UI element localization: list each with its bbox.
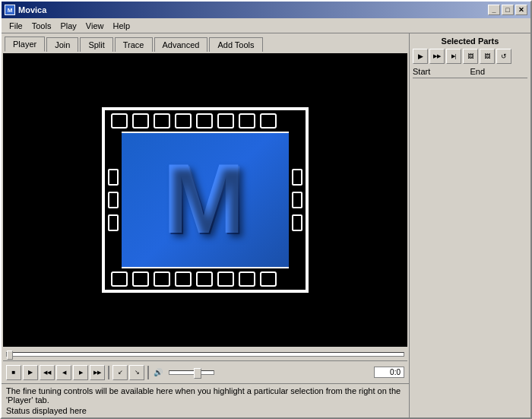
film-side-hole <box>292 214 302 231</box>
film-holes-bottom <box>103 268 307 291</box>
parts-col-start: Start <box>413 67 470 76</box>
time-display: 0:0 <box>374 367 404 378</box>
controls-separator-1 <box>108 366 109 379</box>
status-line-1: The fine tuning controls will be availab… <box>6 386 404 405</box>
right-refresh-btn[interactable]: ↺ <box>496 49 511 64</box>
film-center: M <box>122 132 289 268</box>
right-frame-btn[interactable]: 🖼 <box>463 49 478 64</box>
parts-header: Start End <box>413 67 527 78</box>
progress-thumb[interactable] <box>7 351 13 360</box>
film-hole <box>239 113 255 129</box>
tab-split[interactable]: Split <box>80 37 112 52</box>
window-title: Movica <box>18 5 46 14</box>
status-area: The fine tuning controls will be availab… <box>2 383 409 417</box>
tab-trace[interactable]: Trace <box>115 37 153 52</box>
menu-tools[interactable]: Tools <box>27 20 56 32</box>
title-bar: M Movica _ □ ✕ <box>2 2 530 18</box>
main-window: M Movica _ □ ✕ File Tools Play View Help… <box>0 0 532 419</box>
progress-bar-area[interactable] <box>3 348 407 360</box>
minimize-button[interactable]: _ <box>488 5 500 15</box>
right-panel: Selected Parts ▶ ▶▶ ▶| 🖼 🖼 ↺ Start End <box>409 33 530 417</box>
controls-bar: ■ ▶ ◀◀ ◀ ▶ ▶▶ ↙ ↘ 🔊 0:0 <box>3 360 407 383</box>
film-hole <box>260 271 277 287</box>
film-side-hole <box>108 169 119 186</box>
mark-out-button[interactable]: ↘ <box>129 365 144 380</box>
volume-icon[interactable]: 🔊 <box>152 368 164 376</box>
menu-bar: File Tools Play View Help <box>2 18 530 33</box>
menu-file[interactable]: File <box>5 20 27 32</box>
parts-col-end: End <box>470 67 528 76</box>
film-hole <box>196 271 213 287</box>
step-back-button[interactable]: ◀ <box>56 365 71 380</box>
fast-fwd-button[interactable]: ▶▶ <box>90 365 105 380</box>
film-holes-top <box>103 109 307 132</box>
film-hole <box>154 271 170 287</box>
tab-player[interactable]: Player <box>5 37 45 52</box>
title-bar-left: M Movica <box>5 5 46 15</box>
title-buttons: _ □ ✕ <box>488 5 527 15</box>
film-hole <box>175 271 192 287</box>
film-hole <box>111 271 128 287</box>
menu-play[interactable]: Play <box>55 20 81 32</box>
film-side-hole <box>108 214 119 231</box>
content-area: Player Join Split Trace Advanced Add Too… <box>2 33 530 417</box>
film-logo: M <box>102 107 309 293</box>
tabs-bar: Player Join Split Trace Advanced Add Too… <box>2 33 409 52</box>
step-fwd-button[interactable]: ▶ <box>73 365 88 380</box>
film-hole <box>111 113 128 129</box>
rewind-button[interactable]: ◀◀ <box>40 365 55 380</box>
right-play2-btn[interactable]: ▶▶ <box>429 49 445 64</box>
tab-advanced[interactable]: Advanced <box>154 37 208 52</box>
selected-parts-title: Selected Parts <box>413 37 527 46</box>
film-hole <box>239 271 255 287</box>
film-side-hole <box>292 192 302 208</box>
play-button[interactable]: ▶ <box>23 365 38 380</box>
menu-view[interactable]: View <box>81 20 109 32</box>
film-side-hole <box>292 169 302 186</box>
film-m-letter: M <box>164 143 246 257</box>
film-hole <box>217 271 234 287</box>
volume-track[interactable] <box>169 370 214 375</box>
mark-in-button[interactable]: ↙ <box>112 365 128 380</box>
film-hole <box>175 113 192 129</box>
menu-help[interactable]: Help <box>108 20 135 32</box>
film-hole <box>154 113 170 129</box>
video-area: M <box>3 53 407 347</box>
film-hole <box>132 271 149 287</box>
status-line-2: Status displayed here <box>6 405 404 416</box>
controls-separator-2 <box>147 366 149 379</box>
film-middle: M <box>103 132 307 268</box>
right-toolbar: ▶ ▶▶ ▶| 🖼 🖼 ↺ <box>413 49 527 64</box>
film-hole <box>217 113 234 129</box>
tab-addtools[interactable]: Add Tools <box>209 37 262 52</box>
film-hole <box>260 113 277 129</box>
maximize-button[interactable]: □ <box>502 5 514 15</box>
right-next-btn[interactable]: ▶| <box>446 49 461 64</box>
stop-button[interactable]: ■ <box>6 365 21 380</box>
volume-thumb[interactable] <box>194 368 201 379</box>
film-hole <box>196 113 213 129</box>
film-side-hole <box>108 192 119 208</box>
right-play-btn[interactable]: ▶ <box>413 49 428 64</box>
main-panel: Player Join Split Trace Advanced Add Too… <box>2 33 409 417</box>
tab-join[interactable]: Join <box>46 37 78 52</box>
right-frame2-btn[interactable]: 🖼 <box>480 49 495 64</box>
close-button[interactable]: ✕ <box>515 5 527 15</box>
app-icon: M <box>5 5 15 15</box>
progress-track[interactable] <box>6 352 404 357</box>
film-hole <box>132 113 149 129</box>
